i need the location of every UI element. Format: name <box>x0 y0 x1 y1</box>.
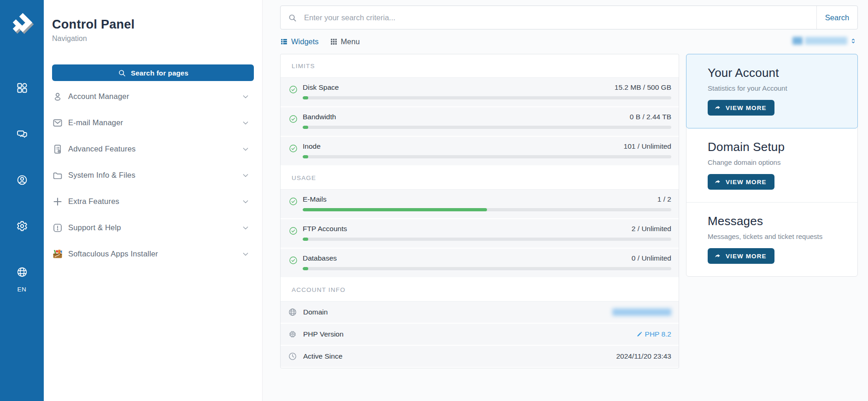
check-circle-icon <box>288 85 298 94</box>
chevron-down-icon <box>241 171 250 180</box>
folder-icon <box>52 170 63 181</box>
menu-grid-icon <box>330 38 338 46</box>
search-for-pages-button[interactable]: Search for pages <box>52 64 254 81</box>
nav-item-support-help[interactable]: Support & Help <box>44 215 262 241</box>
card-subtitle: Change domain options <box>708 158 845 166</box>
progress-bar <box>303 155 671 158</box>
redacted-user-avatar <box>792 37 803 45</box>
chevron-down-icon <box>241 92 250 101</box>
section-header: LIMITS <box>281 54 679 78</box>
search-input[interactable] <box>303 13 816 23</box>
section-header: ACCOUNT INFO <box>281 278 679 302</box>
icon-rail: EN <box>0 0 44 401</box>
progress-fill <box>303 96 308 99</box>
plus-icon <box>52 196 63 207</box>
nav-item-email-manager[interactable]: E-mail Manager <box>44 110 262 136</box>
nav-item-account-manager[interactable]: Account Manager <box>44 83 262 110</box>
nav-item-advanced-features[interactable]: Advanced Features <box>44 136 262 162</box>
card-title: Your Account <box>708 66 845 80</box>
sort-arrows-icon <box>850 37 857 45</box>
envelope-icon <box>52 117 63 128</box>
check-circle-icon <box>288 114 298 124</box>
redacted-domain-value <box>612 308 671 316</box>
language-globe-icon <box>16 266 28 278</box>
settings-gear-icon[interactable] <box>16 220 28 232</box>
usage-row-ftp-accounts[interactable]: FTP Accounts 2 / Unlimited <box>281 219 679 248</box>
view-more-button[interactable]: VIEW MORE <box>708 100 774 116</box>
progress-bar <box>303 208 671 211</box>
main-content: Search Widgets Menu LIMITS <box>263 0 868 401</box>
messages-chat-icon[interactable] <box>16 128 28 140</box>
account-info-row-php-version[interactable]: PHP Version PHP 8.2 <box>281 324 679 345</box>
card-subtitle: Messages, tickets and ticket requests <box>708 232 845 240</box>
global-search-bar: Search <box>280 6 858 29</box>
account-info-row-active-since[interactable]: Active Since 2024/11/20 23:43 <box>281 346 679 367</box>
card-messages[interactable]: Messages Messages, tickets and ticket re… <box>686 202 857 276</box>
chip-icon <box>288 330 297 339</box>
card-title: Messages <box>708 214 845 228</box>
clock-icon <box>288 352 297 361</box>
card-your-account[interactable]: Your Account Statistics for your Account… <box>686 54 858 128</box>
dashboard-grid-icon[interactable] <box>16 82 28 94</box>
usage-row-emails[interactable]: E-Mails 1 / 2 <box>281 190 679 218</box>
view-tabs: Widgets Menu <box>280 36 858 47</box>
limit-row-bandwidth[interactable]: Bandwidth 0 B / 2.44 TB <box>281 107 679 136</box>
account-person-icon[interactable] <box>16 174 28 186</box>
usage-row-databases[interactable]: Databases 0 / Unlimited <box>281 249 679 277</box>
progress-bar <box>303 238 671 241</box>
nav-menu: Account Manager E-mail Manager Advanced … <box>44 83 262 267</box>
view-more-button[interactable]: VIEW MORE <box>708 248 774 264</box>
language-code: EN <box>18 286 27 293</box>
chevron-down-icon <box>241 197 250 206</box>
share-arrow-icon <box>714 252 721 260</box>
search-submit-button[interactable]: Search <box>816 6 857 29</box>
panel-subtitle: Navigation <box>52 35 254 43</box>
progress-fill <box>303 126 308 129</box>
redacted-username <box>805 37 847 45</box>
limit-row-disk-space[interactable]: Disk Space 15.2 MB / 500 GB <box>281 78 679 106</box>
progress-fill <box>303 155 308 158</box>
card-title: Domain Setup <box>708 140 845 154</box>
php-version-link[interactable]: PHP 8.2 <box>636 330 671 338</box>
softaculous-icon <box>52 249 63 260</box>
check-circle-icon <box>288 197 298 206</box>
share-arrow-icon <box>714 104 721 111</box>
directadmin-logo-icon[interactable] <box>9 9 35 38</box>
card-subtitle: Statistics for your Account <box>708 84 845 92</box>
limits-section: LIMITS Disk Space 15.2 MB / 500 GB Bandw… <box>281 54 679 165</box>
stats-widget-card: LIMITS Disk Space 15.2 MB / 500 GB Bandw… <box>280 54 679 368</box>
chevron-down-icon <box>241 145 250 154</box>
language-switcher[interactable]: EN <box>16 266 28 293</box>
progress-fill <box>303 267 308 270</box>
share-arrow-icon <box>714 178 721 186</box>
progress-bar <box>303 126 671 129</box>
view-more-button[interactable]: VIEW MORE <box>708 174 774 190</box>
progress-fill <box>303 238 308 241</box>
user-account-selector[interactable] <box>792 37 857 45</box>
person-icon <box>52 91 63 102</box>
nav-item-softaculous[interactable]: Softaculous Apps Installer <box>44 241 262 267</box>
nav-item-extra-features[interactable]: Extra Features <box>44 188 262 215</box>
nav-item-system-info-files[interactable]: System Info & Files <box>44 162 262 188</box>
navigation-panel: Control Panel Navigation Search for page… <box>44 0 263 401</box>
account-info-row-domain[interactable]: Domain <box>281 302 679 323</box>
check-circle-icon <box>288 256 298 265</box>
check-circle-icon <box>288 226 298 236</box>
check-circle-icon <box>288 144 298 153</box>
section-header: USAGE <box>281 166 679 190</box>
chevron-down-icon <box>241 250 250 259</box>
usage-section: USAGE E-Mails 1 / 2 FTP Accounts <box>281 166 679 277</box>
search-icon <box>117 69 126 77</box>
card-domain-setup[interactable]: Domain Setup Change domain options VIEW … <box>686 128 857 202</box>
shortcut-cards-column: Your Account Statistics for your Account… <box>686 54 858 277</box>
widgets-list-icon <box>280 38 288 46</box>
limit-row-inode[interactable]: Inode 101 / Unlimited <box>281 137 679 165</box>
panel-title: Control Panel <box>52 17 254 31</box>
tab-widgets[interactable]: Widgets <box>280 37 319 46</box>
progress-bar <box>303 96 671 99</box>
account-info-section: ACCOUNT INFO Domain PHP Version PHP 8.2 <box>281 278 679 367</box>
app-window: EN Control Panel Navigation Search for p… <box>0 0 868 401</box>
tab-menu[interactable]: Menu <box>330 37 360 46</box>
search-icon <box>287 13 297 23</box>
alert-icon <box>52 222 63 233</box>
